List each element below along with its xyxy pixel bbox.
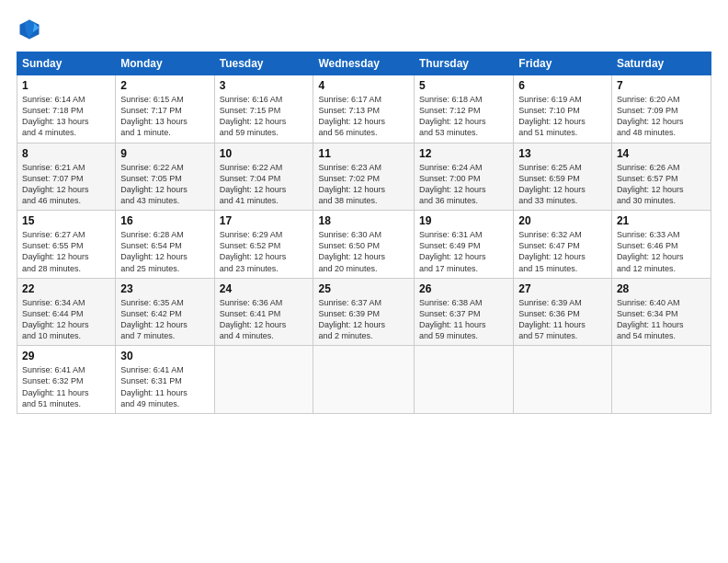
day-number: 30 bbox=[120, 350, 209, 362]
weekday-header-thursday: Thursday bbox=[415, 52, 514, 75]
calendar-cell: 17Sunrise: 6:29 AM Sunset: 6:52 PM Dayli… bbox=[214, 211, 313, 279]
calendar-cell: 11Sunrise: 6:23 AM Sunset: 7:02 PM Dayli… bbox=[313, 143, 415, 211]
day-detail: Sunrise: 6:20 AM Sunset: 7:09 PM Dayligh… bbox=[617, 94, 706, 139]
day-detail: Sunrise: 6:21 AM Sunset: 7:07 PM Dayligh… bbox=[22, 162, 110, 207]
day-number: 27 bbox=[518, 282, 607, 295]
calendar-cell bbox=[611, 346, 711, 414]
page-header bbox=[17, 17, 711, 42]
weekday-header-saturday: Saturday bbox=[611, 52, 711, 75]
day-detail: Sunrise: 6:22 AM Sunset: 7:04 PM Dayligh… bbox=[220, 162, 309, 207]
calendar-header-row: SundayMondayTuesdayWednesdayThursdayFrid… bbox=[17, 52, 711, 75]
calendar-cell: 7Sunrise: 6:20 AM Sunset: 7:09 PM Daylig… bbox=[611, 75, 711, 144]
weekday-header-tuesday: Tuesday bbox=[214, 52, 313, 75]
day-number: 14 bbox=[617, 147, 706, 160]
calendar-cell: 13Sunrise: 6:25 AM Sunset: 6:59 PM Dayli… bbox=[514, 143, 612, 211]
day-number: 9 bbox=[120, 147, 209, 160]
day-detail: Sunrise: 6:15 AM Sunset: 7:17 PM Dayligh… bbox=[120, 94, 209, 139]
calendar-cell: 20Sunrise: 6:32 AM Sunset: 6:47 PM Dayli… bbox=[514, 211, 612, 279]
day-detail: Sunrise: 6:31 AM Sunset: 6:49 PM Dayligh… bbox=[419, 229, 508, 274]
day-number: 17 bbox=[220, 214, 309, 227]
day-detail: Sunrise: 6:29 AM Sunset: 6:52 PM Dayligh… bbox=[220, 229, 309, 274]
day-number: 28 bbox=[617, 282, 706, 295]
day-number: 29 bbox=[22, 350, 110, 362]
day-detail: Sunrise: 6:24 AM Sunset: 7:00 PM Dayligh… bbox=[419, 162, 508, 207]
day-number: 5 bbox=[419, 79, 508, 92]
calendar-cell: 28Sunrise: 6:40 AM Sunset: 6:34 PM Dayli… bbox=[611, 278, 711, 346]
calendar-cell: 18Sunrise: 6:30 AM Sunset: 6:50 PM Dayli… bbox=[313, 211, 415, 279]
calendar-cell bbox=[313, 346, 415, 414]
calendar-cell: 5Sunrise: 6:18 AM Sunset: 7:12 PM Daylig… bbox=[415, 75, 514, 144]
day-number: 4 bbox=[318, 79, 409, 92]
calendar-cell: 14Sunrise: 6:26 AM Sunset: 6:57 PM Dayli… bbox=[611, 143, 711, 211]
day-number: 3 bbox=[220, 79, 309, 92]
day-detail: Sunrise: 6:22 AM Sunset: 7:05 PM Dayligh… bbox=[120, 162, 209, 207]
calendar-cell: 1Sunrise: 6:14 AM Sunset: 7:18 PM Daylig… bbox=[17, 75, 116, 144]
day-number: 19 bbox=[419, 214, 508, 227]
day-detail: Sunrise: 6:38 AM Sunset: 6:37 PM Dayligh… bbox=[419, 297, 508, 342]
calendar-cell: 12Sunrise: 6:24 AM Sunset: 7:00 PM Dayli… bbox=[415, 143, 514, 211]
calendar-page: SundayMondayTuesdayWednesdayThursdayFrid… bbox=[0, 0, 728, 563]
day-detail: Sunrise: 6:25 AM Sunset: 6:59 PM Dayligh… bbox=[518, 162, 607, 207]
calendar-cell: 24Sunrise: 6:36 AM Sunset: 6:41 PM Dayli… bbox=[214, 278, 313, 346]
day-detail: Sunrise: 6:28 AM Sunset: 6:54 PM Dayligh… bbox=[120, 229, 209, 274]
calendar-cell: 22Sunrise: 6:34 AM Sunset: 6:44 PM Dayli… bbox=[17, 278, 116, 346]
calendar-week-row: 1Sunrise: 6:14 AM Sunset: 7:18 PM Daylig… bbox=[17, 75, 711, 144]
day-number: 23 bbox=[120, 282, 209, 295]
logo-icon bbox=[17, 17, 42, 42]
calendar-cell: 15Sunrise: 6:27 AM Sunset: 6:55 PM Dayli… bbox=[17, 211, 116, 279]
calendar-cell: 29Sunrise: 6:41 AM Sunset: 6:32 PM Dayli… bbox=[17, 346, 116, 414]
day-number: 2 bbox=[120, 79, 209, 92]
day-number: 25 bbox=[318, 282, 409, 295]
day-detail: Sunrise: 6:36 AM Sunset: 6:41 PM Dayligh… bbox=[220, 297, 309, 342]
calendar-cell: 27Sunrise: 6:39 AM Sunset: 6:36 PM Dayli… bbox=[514, 278, 612, 346]
day-detail: Sunrise: 6:18 AM Sunset: 7:12 PM Dayligh… bbox=[419, 94, 508, 139]
day-detail: Sunrise: 6:32 AM Sunset: 6:47 PM Dayligh… bbox=[518, 229, 607, 274]
day-number: 11 bbox=[318, 147, 409, 160]
weekday-header-sunday: Sunday bbox=[17, 52, 116, 75]
calendar-cell bbox=[514, 346, 612, 414]
calendar-cell: 8Sunrise: 6:21 AM Sunset: 7:07 PM Daylig… bbox=[17, 143, 116, 211]
calendar-cell bbox=[415, 346, 514, 414]
day-number: 13 bbox=[518, 147, 607, 160]
day-number: 15 bbox=[22, 214, 110, 227]
day-number: 1 bbox=[22, 79, 110, 92]
day-detail: Sunrise: 6:40 AM Sunset: 6:34 PM Dayligh… bbox=[617, 297, 706, 342]
calendar-cell: 26Sunrise: 6:38 AM Sunset: 6:37 PM Dayli… bbox=[415, 278, 514, 346]
calendar-week-row: 22Sunrise: 6:34 AM Sunset: 6:44 PM Dayli… bbox=[17, 278, 711, 346]
day-number: 22 bbox=[22, 282, 110, 295]
day-detail: Sunrise: 6:27 AM Sunset: 6:55 PM Dayligh… bbox=[22, 229, 110, 274]
day-detail: Sunrise: 6:41 AM Sunset: 6:31 PM Dayligh… bbox=[120, 364, 209, 409]
weekday-header-wednesday: Wednesday bbox=[313, 52, 415, 75]
calendar-cell bbox=[214, 346, 313, 414]
day-number: 8 bbox=[22, 147, 110, 160]
weekday-header-monday: Monday bbox=[116, 52, 214, 75]
day-number: 26 bbox=[419, 282, 508, 295]
day-detail: Sunrise: 6:35 AM Sunset: 6:42 PM Dayligh… bbox=[120, 297, 209, 342]
calendar-cell: 16Sunrise: 6:28 AM Sunset: 6:54 PM Dayli… bbox=[116, 211, 214, 279]
day-detail: Sunrise: 6:16 AM Sunset: 7:15 PM Dayligh… bbox=[220, 94, 309, 139]
day-number: 18 bbox=[318, 214, 409, 227]
calendar-week-row: 8Sunrise: 6:21 AM Sunset: 7:07 PM Daylig… bbox=[17, 143, 711, 211]
day-number: 16 bbox=[120, 214, 209, 227]
calendar-cell: 30Sunrise: 6:41 AM Sunset: 6:31 PM Dayli… bbox=[116, 346, 214, 414]
calendar-week-row: 15Sunrise: 6:27 AM Sunset: 6:55 PM Dayli… bbox=[17, 211, 711, 279]
day-number: 12 bbox=[419, 147, 508, 160]
calendar-week-row: 29Sunrise: 6:41 AM Sunset: 6:32 PM Dayli… bbox=[17, 346, 711, 414]
day-detail: Sunrise: 6:30 AM Sunset: 6:50 PM Dayligh… bbox=[318, 229, 409, 274]
day-detail: Sunrise: 6:26 AM Sunset: 6:57 PM Dayligh… bbox=[617, 162, 706, 207]
calendar-table: SundayMondayTuesdayWednesdayThursdayFrid… bbox=[17, 52, 711, 414]
day-number: 20 bbox=[518, 214, 607, 227]
calendar-cell: 6Sunrise: 6:19 AM Sunset: 7:10 PM Daylig… bbox=[514, 75, 612, 144]
weekday-header-friday: Friday bbox=[514, 52, 612, 75]
calendar-cell: 4Sunrise: 6:17 AM Sunset: 7:13 PM Daylig… bbox=[313, 75, 415, 144]
day-detail: Sunrise: 6:34 AM Sunset: 6:44 PM Dayligh… bbox=[22, 297, 110, 342]
calendar-cell: 2Sunrise: 6:15 AM Sunset: 7:17 PM Daylig… bbox=[116, 75, 214, 144]
calendar-cell: 25Sunrise: 6:37 AM Sunset: 6:39 PM Dayli… bbox=[313, 278, 415, 346]
day-detail: Sunrise: 6:14 AM Sunset: 7:18 PM Dayligh… bbox=[22, 94, 110, 139]
logo bbox=[17, 17, 46, 42]
day-detail: Sunrise: 6:37 AM Sunset: 6:39 PM Dayligh… bbox=[318, 297, 409, 342]
day-detail: Sunrise: 6:17 AM Sunset: 7:13 PM Dayligh… bbox=[318, 94, 409, 139]
day-number: 7 bbox=[617, 79, 706, 92]
calendar-cell: 23Sunrise: 6:35 AM Sunset: 6:42 PM Dayli… bbox=[116, 278, 214, 346]
day-detail: Sunrise: 6:23 AM Sunset: 7:02 PM Dayligh… bbox=[318, 162, 409, 207]
